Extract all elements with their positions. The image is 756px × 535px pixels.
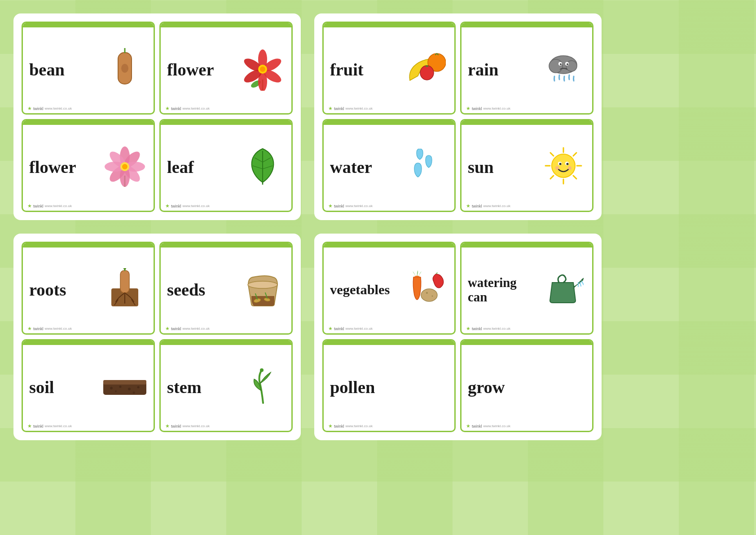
word-grow: grow (468, 374, 586, 397)
twinkl-branding: ★ twinkl www.twinkl.co.uk (27, 106, 72, 111)
twinkl-branding: ★ twinkl www.twinkl.co.uk (466, 423, 510, 429)
card-top-bar (324, 23, 454, 27)
svg-line-45 (573, 176, 576, 179)
svg-point-73 (431, 295, 433, 296)
card-top-bar (462, 120, 592, 125)
svg-point-23 (122, 164, 127, 169)
card-top-bar (161, 120, 291, 125)
twinkl-branding: ★ twinkl www.twinkl.co.uk (27, 203, 72, 209)
svg-point-53 (555, 166, 559, 170)
icon-water (403, 143, 448, 188)
word-sun: sun (468, 154, 541, 177)
svg-point-70 (260, 368, 264, 372)
sheet-2: fruit ★ twinkl www.twinkl.co.uk (314, 13, 602, 220)
icon-soil (102, 363, 147, 408)
icon-flower-pink (102, 143, 147, 188)
card-footer-vegetables: ★ twinkl www.twinkl.co.uk (328, 326, 373, 332)
twinkl-branding: ★ twinkl www.twinkl.co.uk (466, 203, 510, 209)
card-top-bar (324, 243, 454, 248)
card-flower-red: flower ★ twinkl (159, 22, 293, 115)
twinkl-branding: ★ twinkl www.twinkl.co.uk (466, 326, 510, 332)
icon-vegetables (403, 266, 448, 311)
svg-point-66 (128, 388, 131, 390)
svg-rect-63 (103, 380, 146, 385)
svg-point-71 (421, 289, 437, 301)
card-watering-can: wateringcan ★ twinkl www.twinkl. (460, 242, 593, 335)
svg-point-51 (559, 163, 562, 165)
card-footer-grow: ★ twinkl www.twinkl.co.uk (466, 423, 510, 429)
svg-point-31 (420, 66, 434, 80)
card-leaf: leaf ★ twinkl www.twinkl.co.uk (159, 119, 293, 212)
card-top-bar (161, 23, 291, 27)
svg-line-74 (582, 281, 584, 285)
card-rain: rain (460, 22, 593, 115)
card-footer-sun: ★ twinkl www.twinkl.co.uk (466, 203, 510, 209)
card-top-bar (324, 340, 454, 345)
card-grow: grow ★ twinkl www.twinkl.co.uk (460, 339, 593, 432)
icon-rain (541, 46, 586, 91)
card-footer-watering-can: ★ twinkl www.twinkl.co.uk (466, 326, 510, 332)
twinkl-branding: ★ twinkl www.twinkl.co.uk (27, 326, 72, 332)
word-rain: rain (468, 57, 541, 79)
twinkl-branding: ★ twinkl www.twinkl.co.uk (165, 326, 210, 332)
svg-point-64 (110, 387, 113, 389)
card-footer-fruit: ★ twinkl www.twinkl.co.uk (328, 106, 373, 111)
icon-bean (102, 46, 147, 91)
word-soil: soil (29, 374, 102, 397)
twinkl-branding: ★ twinkl www.twinkl.co.uk (165, 423, 210, 429)
card-top-bar (462, 340, 592, 345)
word-pollen: pollen (330, 374, 448, 397)
card-footer-bean: ★ twinkl www.twinkl.co.uk (27, 106, 72, 111)
word-bean: bean (29, 57, 102, 79)
icon-flower-red (240, 46, 285, 91)
card-top-bar (23, 340, 154, 345)
icon-watering-can (541, 266, 586, 311)
card-top-bar (23, 23, 154, 27)
card-water: water ★ twinkl www.twinkl.co.uk (322, 119, 456, 212)
svg-line-47 (550, 176, 554, 179)
twinkl-branding: ★ twinkl www.twinkl.co.uk (328, 326, 373, 332)
card-footer-rain: ★ twinkl www.twinkl.co.uk (466, 106, 510, 111)
card-top-bar (161, 243, 291, 248)
svg-line-44 (550, 153, 554, 156)
icon-sun (541, 143, 586, 188)
svg-point-54 (568, 166, 571, 170)
svg-rect-56 (120, 270, 129, 293)
twinkl-branding: ★ twinkl www.twinkl.co.uk (328, 106, 373, 111)
word-water: water (330, 154, 403, 177)
svg-point-52 (567, 163, 569, 165)
word-stem: stem (167, 374, 240, 397)
svg-point-69 (133, 392, 135, 394)
card-footer-water: ★ twinkl www.twinkl.co.uk (328, 203, 373, 209)
word-leaf: leaf (167, 154, 240, 177)
sheet-4: vegetables ★ twinkl (314, 234, 602, 440)
word-flower-red: flower (167, 57, 240, 79)
card-footer-flower-pink: ★ twinkl www.twinkl.co.uk (27, 203, 72, 209)
icon-roots (102, 266, 147, 311)
icon-stem (240, 363, 285, 408)
svg-point-67 (137, 386, 140, 389)
card-pollen: pollen ★ twinkl www.twinkl.co.uk (322, 339, 456, 432)
word-roots: roots (29, 277, 102, 299)
card-footer-stem: ★ twinkl www.twinkl.co.uk (165, 423, 210, 429)
card-sun: sun (460, 119, 593, 212)
card-top-bar (23, 120, 154, 125)
twinkl-branding: ★ twinkl www.twinkl.co.uk (165, 106, 210, 111)
twinkl-branding: ★ twinkl www.twinkl.co.uk (328, 203, 373, 209)
card-footer-soil: ★ twinkl www.twinkl.co.uk (27, 423, 72, 429)
svg-point-72 (426, 292, 428, 294)
card-footer-leaf: ★ twinkl www.twinkl.co.uk (165, 203, 210, 209)
svg-point-65 (119, 386, 122, 388)
twinkl-branding: ★ twinkl www.twinkl.co.uk (165, 203, 210, 209)
svg-point-59 (248, 281, 277, 288)
word-fruit: fruit (330, 57, 403, 79)
word-seeds: seeds (167, 277, 240, 299)
card-vegetables: vegetables ★ twinkl (322, 242, 456, 335)
card-top-bar (324, 120, 454, 125)
card-footer-roots: ★ twinkl www.twinkl.co.uk (27, 326, 72, 332)
card-top-bar (23, 243, 154, 248)
sheet-3: roots ★ twinkl www.twin (13, 234, 301, 440)
word-vegetables: vegetables (330, 279, 403, 297)
svg-point-2 (121, 64, 128, 73)
card-seeds: seeds ★ twinkl www.twinkl.co.uk (159, 242, 293, 335)
